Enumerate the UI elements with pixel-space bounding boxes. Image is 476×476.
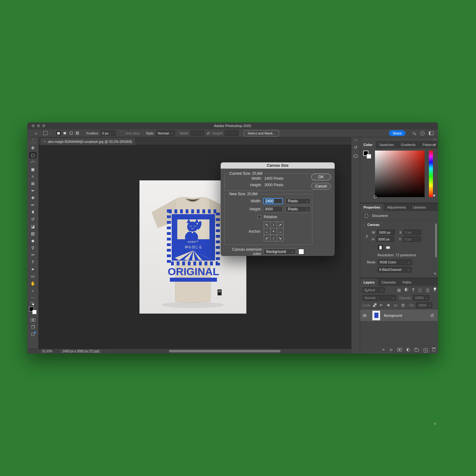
anchor-cell-4[interactable]: • (270, 228, 277, 235)
tab-paths[interactable]: Paths (399, 279, 415, 286)
history-panel-icon[interactable]: ↺ (353, 144, 359, 150)
portrait-orientation-button[interactable] (377, 245, 383, 250)
panel-menu-icon[interactable]: ≡ (434, 143, 436, 147)
tab-properties[interactable]: Properties (360, 204, 384, 211)
zoom-level[interactable]: 33,33% (42, 350, 52, 353)
search-icon[interactable] (413, 132, 415, 134)
lock-artboard-icon[interactable]: ▭ (394, 303, 397, 307)
filter-toggle[interactable] (434, 287, 436, 293)
style-select[interactable]: Normal⌄ (156, 130, 175, 136)
width-unit-select[interactable]: Pixels⌄ (285, 198, 311, 204)
tab-gradients[interactable]: Gradients (397, 141, 419, 148)
opacity-select[interactable]: 100%⌄ (413, 295, 429, 301)
expand-panels-icon[interactable]: » (434, 138, 435, 141)
panel-menu-icon[interactable]: ≡ (434, 421, 436, 426)
zoom-tool[interactable]: ⌕ (29, 287, 37, 294)
lock-all-icon[interactable] (402, 302, 404, 308)
status-chevron-icon[interactable]: 〉 (106, 349, 109, 354)
hue-slider-arrow[interactable] (434, 194, 435, 197)
zoom-window-button[interactable] (42, 124, 45, 127)
marquee-tool[interactable]: ▢ (29, 152, 37, 159)
lock-position-icon[interactable]: ✥ (387, 303, 390, 307)
shape-tool[interactable]: ▭ (29, 273, 37, 280)
swap-dimensions-icon[interactable]: ⇄ (207, 131, 210, 135)
close-window-button[interactable] (32, 124, 35, 127)
lock-transparency-icon[interactable] (373, 302, 377, 308)
anchor-cell-3[interactable]: ← (264, 228, 271, 235)
background-color-swatch[interactable] (32, 310, 37, 314)
filter-type-icon[interactable]: T (412, 288, 414, 292)
ok-button[interactable]: OK (311, 174, 331, 180)
path-selection-tool[interactable]: ➤ (29, 266, 37, 273)
collapse-section-icon[interactable]: ⌄ (363, 223, 366, 226)
tab-color[interactable]: Color (360, 141, 376, 148)
layer-name[interactable]: Background (384, 314, 402, 317)
kind-filter-select[interactable]: Kind ⌄ (363, 287, 385, 293)
collapse-panels-icon[interactable]: « (355, 138, 357, 142)
title-bar[interactable]: Adobe Photoshop 2025 (27, 122, 438, 129)
new-group-icon[interactable] (415, 347, 419, 353)
height-input[interactable] (225, 130, 238, 136)
landscape-orientation-button[interactable] (385, 245, 391, 250)
fill-select[interactable]: 100%⌄ (416, 302, 432, 308)
relative-checkbox[interactable] (258, 215, 261, 219)
toolbar-grip[interactable] (30, 142, 36, 143)
dialog-title-bar[interactable]: Canvas Size (221, 162, 335, 169)
document-tab[interactable]: × alex-haigh-fEt6Wd4t4j0-unsplash.jpg @ … (41, 138, 135, 145)
canvas-width-field[interactable]: 2400 px (377, 230, 395, 235)
frame-tool[interactable]: ⊠ (29, 180, 37, 187)
new-height-input[interactable]: 3000 (263, 206, 283, 212)
layer-effects-icon[interactable]: fx (390, 348, 393, 352)
tab-layers[interactable]: Layers (360, 279, 378, 286)
tab-swatches[interactable]: Swatches (376, 141, 398, 148)
extension-color-select[interactable]: Background⌄ (264, 249, 296, 255)
anchor-grid[interactable]: ↖↑↗←•→↙↓↘ (264, 222, 283, 241)
anchor-cell-2[interactable]: ↗ (277, 222, 284, 228)
width-input[interactable] (191, 130, 204, 136)
document-info[interactable]: 2400 px x 3000 px (72 ppi) (59, 349, 103, 354)
filter-shape-icon[interactable]: ▢ (418, 288, 422, 292)
canvas-height-field[interactable]: 3000 px (376, 236, 394, 242)
tab-adjustments[interactable]: Adjustments (384, 204, 409, 211)
new-selection-button[interactable] (56, 130, 61, 136)
delete-layer-icon[interactable] (432, 347, 435, 353)
antialias-checkbox[interactable] (121, 131, 124, 135)
bit-depth-select[interactable]: 8 Bits/Channel⌄ (377, 267, 412, 272)
canvas-x-field[interactable]: 0 px (403, 230, 421, 235)
tab-channels[interactable]: Channels (378, 279, 399, 286)
help-icon[interactable]: ? (420, 131, 425, 135)
history-brush-tool[interactable]: ↺ (29, 216, 37, 223)
clone-stamp-tool[interactable]: ♜ (29, 209, 37, 216)
link-layers-icon[interactable]: ⚭ (382, 347, 385, 352)
hue-slider[interactable] (429, 151, 433, 197)
brush-tool[interactable]: ✏ (29, 201, 37, 209)
extension-color-swatch[interactable] (298, 249, 304, 254)
mode-select[interactable]: RGB Color⌄ (378, 259, 412, 265)
color-panel-swatches[interactable] (363, 151, 372, 160)
new-layer-icon[interactable]: + (424, 347, 428, 353)
layer-thumbnail[interactable] (372, 311, 380, 320)
properties-scrollbar[interactable] (435, 223, 437, 258)
anchor-cell-0[interactable]: ↖ (264, 222, 271, 228)
anchor-cell-1[interactable]: ↑ (270, 222, 277, 228)
screen-mode-icon[interactable]: ❐ (29, 324, 37, 331)
close-tab-icon[interactable]: × (44, 140, 46, 143)
collapse-toolbar-icon[interactable]: » (27, 137, 38, 142)
subtract-selection-button[interactable] (68, 130, 74, 136)
add-mask-icon[interactable] (397, 347, 402, 353)
new-width-input[interactable]: 2400 (263, 198, 283, 204)
saturation-brightness-field[interactable] (375, 151, 425, 197)
anchor-cell-7[interactable]: ↓ (270, 235, 277, 241)
anchor-cell-6[interactable]: ↙ (264, 235, 271, 241)
edit-toolbar[interactable]: ⋯ (29, 294, 37, 301)
select-and-mask-button[interactable]: Select and Mask... (244, 130, 279, 136)
link-dimensions-icon[interactable]: ∞ (365, 235, 369, 238)
background-color-swatch[interactable] (367, 154, 371, 159)
lock-paint-icon[interactable]: ✏ (380, 303, 383, 307)
eraser-tool[interactable]: ◪ (29, 223, 37, 230)
cancel-button[interactable]: Cancel (311, 183, 331, 190)
hand-tool[interactable]: ✋ (29, 280, 37, 287)
height-unit-select[interactable]: Pixels⌄ (285, 206, 311, 212)
layer-visibility-icon[interactable] (363, 313, 367, 318)
home-icon[interactable]: ⌂ (33, 130, 39, 137)
